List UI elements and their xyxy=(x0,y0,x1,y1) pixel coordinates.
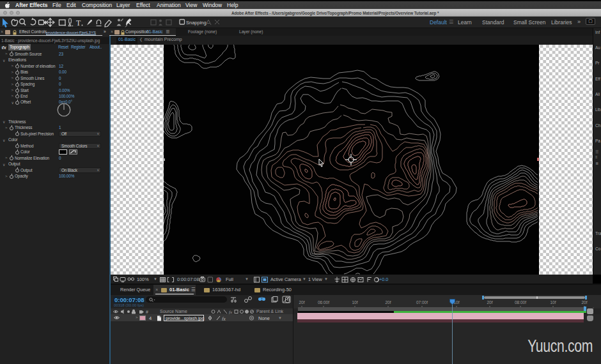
svg-text:#: # xyxy=(146,310,148,314)
svg-text:06:00f: 06:00f xyxy=(318,300,329,305)
svg-text:20f: 20f xyxy=(385,300,391,305)
svg-text:20f: 20f xyxy=(581,300,587,305)
svg-text:fx: fx xyxy=(229,310,233,314)
svg-text:07:00f: 07:00f xyxy=(416,300,428,305)
svg-text:20f: 20f xyxy=(487,300,492,305)
svg-text:T: T xyxy=(76,19,81,27)
svg-text:20f: 20f xyxy=(299,300,304,305)
svg-text:Snapping: Snapping xyxy=(186,20,207,26)
svg-text:fx: fx xyxy=(222,316,226,321)
svg-text:10f: 10f xyxy=(352,300,357,305)
svg-text:10f: 10f xyxy=(550,300,556,305)
svg-text:08:00f: 08:00f xyxy=(515,300,526,305)
